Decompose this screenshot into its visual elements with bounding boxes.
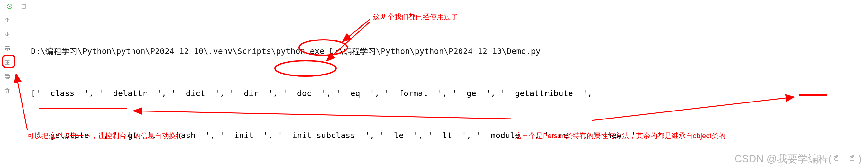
command-line: D:\编程学习\Python\python\P2024_12_10\.venv\…	[31, 44, 862, 59]
scroll-to-end-icon[interactable]	[3, 59, 11, 66]
print-icon[interactable]	[3, 73, 11, 80]
more-icon[interactable]: ⋮	[34, 3, 42, 10]
output-line-1: '__getstate__', '__gt__', '__hash__', '_…	[31, 129, 862, 143]
stop-icon[interactable]	[20, 3, 28, 10]
up-arrow-icon[interactable]	[3, 16, 11, 24]
rerun-icon[interactable]	[6, 3, 13, 10]
delete-icon[interactable]	[3, 87, 11, 95]
run-toolbar: ⋮	[0, 0, 868, 13]
svg-line-11	[16, 74, 27, 130]
down-arrow-icon[interactable]	[3, 30, 11, 38]
soft-wrap-icon[interactable]	[3, 44, 11, 52]
svg-rect-0	[22, 4, 26, 8]
console-sidebar	[0, 13, 15, 168]
output-line-0: ['__class__', '__delattr__', '__dict__',…	[31, 87, 862, 101]
svg-rect-2	[5, 75, 10, 78]
console-output: D:\编程学习\Python\python\P2024_12_10\.venv\…	[31, 16, 862, 168]
